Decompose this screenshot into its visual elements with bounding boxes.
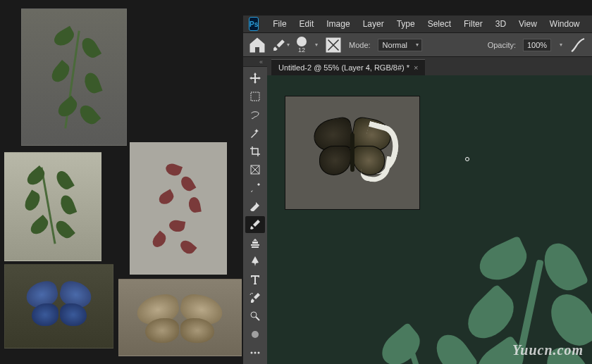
type-tool[interactable] <box>245 271 265 288</box>
eyedropper-tool[interactable] <box>245 180 265 196</box>
brush-icon <box>273 39 285 51</box>
reference-image-blue-butterfly <box>4 264 113 349</box>
lasso-tool[interactable] <box>245 106 265 123</box>
butterfly-artwork <box>307 112 398 189</box>
move-tool[interactable] <box>245 70 265 87</box>
menu-help[interactable]: Help <box>587 16 592 32</box>
menu-file[interactable]: File <box>267 16 292 32</box>
frame-tool[interactable] <box>245 161 265 178</box>
marquee-tool[interactable] <box>245 88 265 105</box>
menu-layer[interactable]: Layer <box>357 16 390 32</box>
menu-window[interactable]: Window <box>544 16 586 32</box>
mode-value: Normal <box>383 41 407 49</box>
home-button[interactable] <box>249 37 266 54</box>
chevron-down-icon[interactable]: ▾ <box>560 42 562 48</box>
pen-pressure-icon <box>569 37 586 54</box>
pen-tool[interactable] <box>245 253 265 270</box>
svg-point-7 <box>258 352 260 354</box>
app-logo-icon[interactable]: Ps <box>249 17 259 31</box>
photoshop-window: Ps File Edit Image Layer Type Select Fil… <box>243 15 592 364</box>
chevron-down-icon: ▾ <box>416 42 419 48</box>
reference-image-leaves-1 <box>21 8 127 146</box>
reference-image-red-leaves <box>130 142 227 275</box>
brush-settings-button[interactable] <box>325 37 342 54</box>
menu-select[interactable]: Select <box>422 16 457 32</box>
tools-panel <box>243 67 267 364</box>
svg-point-3 <box>251 312 257 318</box>
watermark-text: Yuucn.com <box>512 342 584 358</box>
dodge-tool[interactable] <box>245 308 265 325</box>
menu-view[interactable]: View <box>513 16 543 32</box>
chevron-down-icon: ▾ <box>287 42 290 48</box>
menu-filter[interactable]: Filter <box>458 16 488 32</box>
brush-size-label: 12 <box>298 46 305 54</box>
opacity-input[interactable] <box>523 39 551 51</box>
magic-wand-tool[interactable] <box>245 125 265 142</box>
brush-preview-button[interactable]: 12 <box>297 37 307 54</box>
pressure-opacity-button[interactable] <box>569 37 586 54</box>
collapse-icon: « <box>259 58 263 65</box>
home-icon <box>249 37 266 54</box>
menu-type[interactable]: Type <box>391 16 421 32</box>
toolbar-collapse-button[interactable]: « <box>243 57 267 67</box>
desktop-reference-area <box>0 0 243 364</box>
document-tab-title: Untitled-2 @ 55% (Layer 4, RGB/8#) * <box>278 63 409 72</box>
document-tab[interactable]: Untitled-2 @ 55% (Layer 4, RGB/8#) * × <box>271 59 425 75</box>
canvas[interactable] <box>267 75 592 364</box>
brush-dot-icon <box>297 37 307 46</box>
options-bar: ▾ 12 ▾ Mode: Normal ▾ Opacity: ▾ <box>243 33 592 57</box>
crop-tool[interactable] <box>245 143 265 160</box>
opacity-label: Opacity: <box>488 41 516 49</box>
reference-image-leaves-2 <box>4 152 101 261</box>
more-tools[interactable] <box>245 344 265 361</box>
svg-point-4 <box>252 331 259 338</box>
brush-tool[interactable] <box>245 216 265 233</box>
chevron-down-icon[interactable]: ▾ <box>315 42 318 48</box>
document-tab-bar: Untitled-2 @ 55% (Layer 4, RGB/8#) * × <box>267 57 592 75</box>
svg-point-6 <box>254 352 257 354</box>
reference-image-moth <box>118 279 242 356</box>
tool-preset-button[interactable]: ▾ <box>273 37 290 54</box>
close-icon[interactable]: × <box>414 63 418 72</box>
svg-point-5 <box>251 352 253 354</box>
eraser-tool[interactable] <box>245 198 265 215</box>
mode-label: Mode: <box>349 41 371 49</box>
menu-bar: Ps File Edit Image Layer Type Select Fil… <box>243 15 592 33</box>
history-brush-tool[interactable] <box>245 289 265 306</box>
menu-image[interactable]: Image <box>321 16 355 32</box>
brush-cursor-icon <box>465 157 469 161</box>
artboard-layer <box>285 96 419 209</box>
svg-rect-1 <box>251 92 259 101</box>
brush-panel-icon <box>325 37 342 54</box>
blend-mode-select[interactable]: Normal ▾ <box>378 39 422 51</box>
menu-edit[interactable]: Edit <box>294 16 320 32</box>
document-area: Untitled-2 @ 55% (Layer 4, RGB/8#) * × <box>267 57 592 364</box>
clone-stamp-tool[interactable] <box>245 234 265 251</box>
gradient-tool[interactable] <box>245 326 265 343</box>
menu-3d[interactable]: 3D <box>490 16 512 32</box>
